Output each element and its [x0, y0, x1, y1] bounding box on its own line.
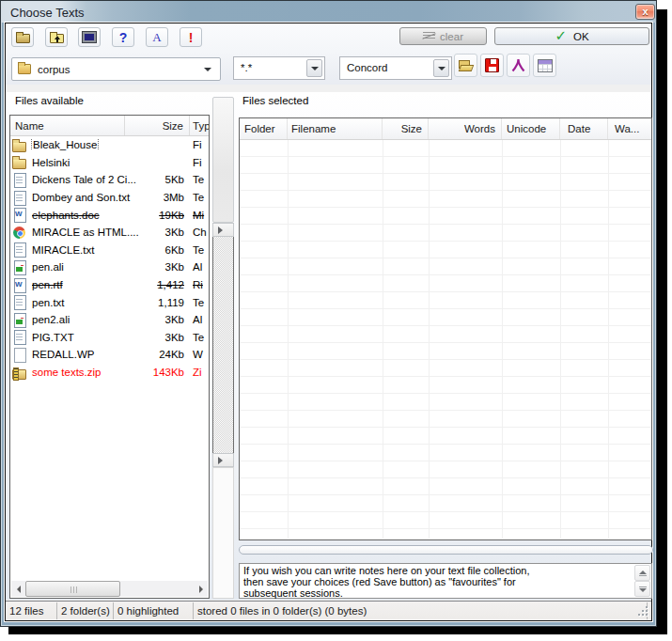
progress-bar	[239, 545, 653, 555]
empty-table-row	[240, 191, 651, 208]
scroll-up-button[interactable]	[634, 565, 650, 581]
clear-button[interactable]: clear	[399, 27, 487, 45]
font-button[interactable]: A	[146, 27, 168, 47]
file-row[interactable]: Helsinki Fi	[10, 154, 209, 172]
file-size: 3Kb	[147, 227, 190, 238]
strip-upper-slider[interactable]	[212, 97, 234, 223]
file-name: pen.txt	[32, 297, 65, 308]
column-header-unicode[interactable]: Unicode	[502, 118, 560, 139]
view-screen-button[interactable]	[78, 27, 101, 47]
file-row[interactable]: Bleak_House Fi	[10, 136, 209, 154]
check-icon: ✓	[555, 29, 567, 42]
file-row[interactable]: REDALL.WP 24Kb W	[10, 346, 209, 364]
horizontal-scrollbar[interactable]	[11, 581, 208, 597]
file-size: 5Kb	[147, 174, 190, 185]
scroll-down-button[interactable]	[634, 581, 650, 597]
empty-table-row	[240, 512, 651, 529]
arrow-left-icon	[17, 586, 21, 593]
column-header-filename[interactable]: Filename	[288, 118, 383, 139]
move-right-button-top[interactable]	[212, 223, 234, 237]
strip-track[interactable]	[212, 237, 234, 453]
scroll-right-button[interactable]	[194, 581, 208, 597]
folder-icon	[16, 34, 30, 43]
open-folder-icon	[458, 60, 474, 71]
resize-grip[interactable]	[637, 605, 649, 618]
file-size: 1,412	[147, 279, 190, 290]
chevron-down-icon	[311, 67, 319, 70]
scrollbar-thumb[interactable]	[25, 581, 120, 597]
tool-combo-dropdown[interactable]	[433, 59, 449, 77]
file-size: 3Kb	[147, 332, 190, 343]
folder-combo-value: corpus	[38, 64, 70, 75]
file-type: Al	[190, 314, 209, 325]
file-row[interactable]: MIRACLE as HTML.... 3Kb Ch	[10, 224, 209, 242]
window-shadow-right	[657, 9, 667, 634]
file-name: pen.ali	[32, 261, 64, 273]
empty-table-row	[240, 360, 651, 377]
files-selected-body	[240, 140, 651, 539]
table-gridline	[560, 140, 561, 539]
empty-table-row	[240, 242, 651, 258]
ali-icon	[12, 313, 27, 327]
file-row[interactable]: some texts.zip 143Kb Zi	[10, 364, 209, 382]
status-stored-summary: stored 0 files in 0 folder(s) (0 bytes)	[194, 602, 648, 619]
file-size: 3Kb	[147, 314, 190, 325]
ok-button-label: OK	[573, 31, 589, 42]
file-row[interactable]: elephants.doc 19Kb Mi	[10, 206, 209, 224]
help-button[interactable]: ?	[112, 27, 134, 47]
grid-view-button[interactable]	[533, 54, 556, 77]
filespec-combo[interactable]: *.*	[233, 56, 325, 80]
file-row[interactable]: MIRACLE.txt 6Kb Te	[10, 242, 209, 259]
close-button[interactable]: x	[635, 4, 655, 20]
column-header-size[interactable]: Size	[383, 118, 429, 139]
column-header-folder[interactable]: Folder	[240, 118, 288, 139]
folder-combo[interactable]: corpus	[11, 57, 221, 81]
file-row[interactable]: Dombey and Son.txt 3Mb Te	[10, 189, 209, 207]
column-header-warnings[interactable]: Wa...	[608, 118, 651, 139]
column-header-words[interactable]: Words	[429, 118, 502, 139]
file-type: Ch	[190, 227, 209, 238]
save-favourites-button[interactable]	[480, 54, 504, 77]
word-icon	[12, 278, 27, 292]
column-header-date[interactable]: Date	[560, 118, 608, 139]
warning-button[interactable]: !	[180, 27, 202, 47]
save-icon	[485, 58, 499, 72]
text-icon	[12, 295, 27, 309]
empty-table-row	[240, 394, 651, 411]
warning-icon: !	[189, 31, 194, 44]
file-type: Te	[190, 192, 209, 203]
open-folder-button[interactable]	[11, 27, 34, 47]
column-header-name[interactable]: Name	[10, 116, 125, 135]
folder-up-button[interactable]	[45, 27, 68, 47]
file-row[interactable]: pen.ali 3Kb Al	[10, 258, 209, 276]
notes-scrollbar[interactable]	[634, 565, 650, 597]
title-bar[interactable]: Choose Texts	[1, 1, 656, 23]
pdf-button[interactable]	[507, 54, 530, 77]
strip-lower-track[interactable]	[212, 467, 234, 599]
notes-line: then save your choices (red Save button)…	[243, 576, 633, 587]
files-available-header: Name Size Type	[10, 116, 209, 136]
ok-button[interactable]: ✓OK	[494, 27, 649, 45]
column-header-type[interactable]: Type	[190, 116, 209, 135]
file-row[interactable]: Dickens Tale of 2 Ci... 5Kb Te	[10, 171, 209, 189]
file-row[interactable]: pen.rtf 1,412 Ri	[10, 276, 209, 294]
filespec-combo-dropdown[interactable]	[306, 59, 322, 77]
notes-line: If you wish you can write notes here on …	[243, 565, 633, 576]
file-row[interactable]: pen2.ali 3Kb Al	[10, 311, 209, 329]
text-icon	[12, 330, 27, 344]
scroll-left-button[interactable]	[11, 581, 25, 597]
ali-icon	[12, 260, 27, 274]
file-size: 3Kb	[147, 261, 190, 273]
file-type: Zi	[190, 367, 209, 378]
tool-combo[interactable]: Concord	[339, 56, 452, 80]
open-favourites-button[interactable]	[454, 54, 477, 77]
file-name: MIRACLE.txt	[32, 244, 94, 256]
chrome-icon	[12, 226, 27, 240]
notes-field[interactable]: If you wish you can write notes here on …	[239, 563, 652, 599]
file-row[interactable]: pen.txt 1,119 Te	[10, 293, 209, 311]
file-row[interactable]: PIG.TXT 3Kb Te	[10, 329, 209, 347]
move-right-button-bottom[interactable]	[212, 453, 234, 467]
file-name: Helsinki	[32, 157, 70, 168]
column-header-size[interactable]: Size	[125, 116, 190, 135]
chevron-down-icon	[438, 67, 445, 70]
